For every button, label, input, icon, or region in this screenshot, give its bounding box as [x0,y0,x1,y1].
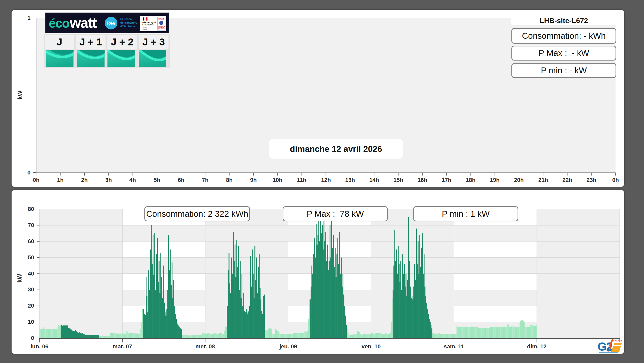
svg-text:de transport: de transport [120,21,137,24]
svg-text:d'électricité: d'électricité [120,25,136,28]
svg-text:watt: watt [70,15,97,31]
svg-text:TRANSITION: TRANSITION [158,27,164,28]
svg-text:Égalité: Égalité [143,28,147,30]
svg-text:AGENCE DE LA: AGENCE DE LA [158,26,165,27]
svg-text:FRANÇAISE: FRANÇAISE [142,24,154,26]
svg-text:éco: éco [49,16,70,31]
svg-text:RÉPUBLIQUE: RÉPUBLIQUE [142,21,156,24]
svg-text:Le réseau: Le réseau [120,17,133,21]
svg-text:ADEME: ADEME [158,18,165,20]
svg-text:FRANCE: FRANCE [613,339,622,342]
svg-text:ÉCOLOGIQUE: ÉCOLOGIQUE [158,28,165,29]
